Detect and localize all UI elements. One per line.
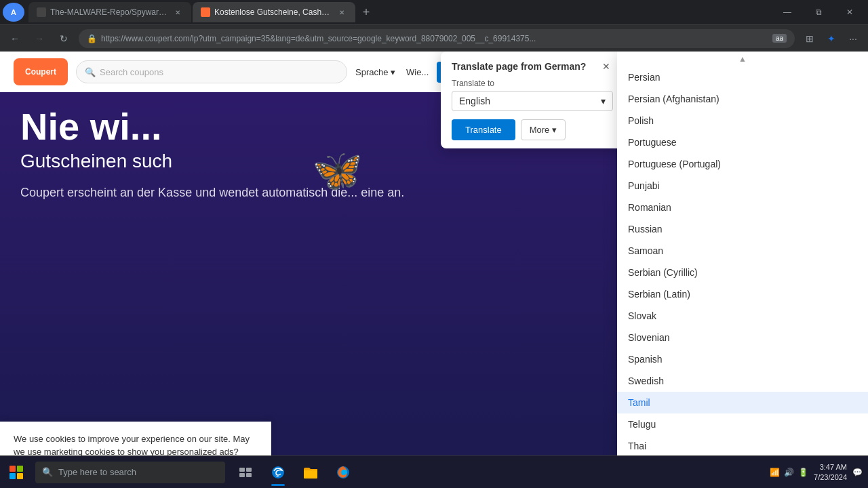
volume-icon: 🔊 (784, 468, 794, 477)
time: 3:47 AM (814, 462, 847, 472)
site-search-bar[interactable]: 🔍 Search coupons (76, 60, 347, 83)
language-item-slovenian[interactable]: Slovenian (617, 327, 868, 348)
system-tray: 📶 🔊 🔋 (770, 468, 808, 477)
translate-language-dropdown[interactable]: English ▾ (452, 91, 613, 111)
window-controls: — ⧉ ✕ (772, 0, 865, 24)
wifi-icon: 📶 (770, 468, 780, 477)
search-placeholder: Search coupons (100, 67, 163, 77)
hero-title: Nie wi... (20, 106, 404, 148)
back-button[interactable]: ← (5, 29, 24, 48)
security-icon: 🔒 (87, 34, 97, 43)
translate-buttons: Translate More ▾ (441, 119, 624, 148)
translate-button[interactable]: Translate (452, 119, 515, 140)
more-button[interactable]: More ▾ (521, 119, 566, 140)
butterfly-1: 🦋 (312, 146, 363, 195)
svg-rect-5 (304, 469, 317, 479)
more-chevron-icon: ▾ (552, 125, 557, 135)
profile-icon[interactable]: A (3, 3, 24, 22)
address-text: https://www.coupert.com/lp?utm_campaign=… (101, 34, 768, 43)
battery-icon: 🔋 (798, 468, 808, 477)
tab-bar: A The-MALWARE-Repo/Spyware/b... ✕ Kosten… (0, 0, 868, 24)
taskbar: 🔍 Type here to search (0, 455, 868, 488)
translate-close-button[interactable]: ✕ (599, 60, 613, 73)
tab-1[interactable]: The-MALWARE-Repo/Spyware/b... ✕ (28, 2, 191, 22)
clock[interactable]: 3:47 AM 7/23/2024 (814, 462, 847, 482)
windows-logo-icon (9, 466, 23, 479)
translate-to-label: Translate to (441, 79, 624, 91)
tab-1-favicon (37, 7, 46, 17)
restore-button[interactable]: ⧉ (803, 0, 834, 24)
date: 7/23/2024 (814, 472, 847, 482)
file-explorer-icon[interactable] (296, 458, 326, 487)
notification-icon[interactable]: 💬 (852, 468, 863, 477)
language-item-samoan[interactable]: Samoan (617, 240, 868, 262)
taskbar-app-icons (231, 458, 358, 487)
tab-1-close[interactable]: ✕ (172, 7, 183, 18)
nav-sprache[interactable]: Sprache ▾ (355, 67, 395, 77)
more-options-icon[interactable]: ··· (844, 29, 863, 48)
nav-wie[interactable]: Wie... (406, 67, 429, 77)
language-item-telugu[interactable]: Telugu (617, 413, 868, 435)
svg-rect-1 (246, 468, 252, 472)
start-button[interactable] (0, 456, 33, 489)
refresh-button[interactable]: ↻ (54, 29, 73, 48)
translate-popup: Translate page from German? ✕ Translate … (441, 52, 624, 148)
language-item-russian[interactable]: Russian (617, 218, 868, 240)
task-view-button[interactable] (231, 458, 260, 487)
aa-icon: aa (772, 34, 787, 43)
taskbar-search-placeholder: Type here to search (58, 467, 136, 477)
language-item-polish[interactable]: Polish (617, 110, 868, 131)
tab-2-favicon (201, 7, 210, 17)
language-list: PersianPersian (Afghanistan)PolishPortug… (617, 66, 868, 479)
edge-browser-icon[interactable] (263, 458, 293, 487)
svg-rect-0 (239, 468, 245, 472)
language-item-thai[interactable]: Thai (617, 435, 868, 457)
forward-button[interactable]: → (30, 29, 49, 48)
new-tab-button[interactable]: + (357, 3, 376, 22)
svg-rect-2 (239, 473, 245, 477)
coupert-logo: Coupert (14, 58, 68, 85)
language-item-spanish[interactable]: Spanish (617, 348, 868, 370)
language-item-romanian[interactable]: Romanian (617, 197, 868, 218)
language-item-swedish[interactable]: Swedish (617, 370, 868, 392)
translate-selected-language: English (459, 96, 490, 106)
language-item-persian[interactable]: Persian (617, 66, 868, 88)
language-item-punjabi[interactable]: Punjabi (617, 175, 868, 197)
search-icon: 🔍 (85, 67, 96, 77)
minimize-button[interactable]: — (772, 0, 803, 24)
language-item-slovak[interactable]: Slovak (617, 305, 868, 327)
language-item-portuguese-portugal[interactable]: Portuguese (Portugal) (617, 153, 868, 175)
language-list-container[interactable]: ▲ PersianPersian (Afghanistan)PolishPort… (617, 52, 868, 488)
scroll-up-indicator[interactable]: ▲ (617, 52, 868, 66)
taskbar-search-icon: 🔍 (42, 467, 53, 477)
language-item-portuguese[interactable]: Portuguese (617, 131, 868, 153)
dropdown-chevron-icon: ▾ (601, 96, 606, 106)
translate-popup-header: Translate page from German? ✕ (441, 52, 624, 79)
firefox-icon[interactable] (328, 458, 358, 487)
language-item-serbian-latin[interactable]: Serbian (Latin) (617, 283, 868, 305)
browser-chrome: A The-MALWARE-Repo/Spyware/b... ✕ Kosten… (0, 0, 868, 52)
language-item-serbian-cyrillic[interactable]: Serbian (Cyrillic) (617, 262, 868, 283)
tab-1-label: The-MALWARE-Repo/Spyware/b... (50, 7, 168, 17)
copilot-icon[interactable]: ✦ (822, 29, 841, 48)
extensions-icon[interactable]: ⊞ (800, 29, 819, 48)
toolbar-icons: ⊞ ✦ ··· (800, 29, 863, 48)
tab-2[interactable]: Kostenlose Gutscheine, Cashba... ✕ (193, 2, 355, 22)
logo-text: Coupert (25, 67, 56, 77)
svg-rect-3 (246, 473, 252, 477)
close-button[interactable]: ✕ (834, 0, 865, 24)
language-item-persian-afghanistan[interactable]: Persian (Afghanistan) (617, 88, 868, 110)
tab-2-close[interactable]: ✕ (336, 7, 347, 18)
translate-popup-title: Translate page from German? (452, 61, 586, 72)
address-bar[interactable]: 🔒 https://www.coupert.com/lp?utm_campaig… (79, 29, 795, 48)
language-item-tamil[interactable]: Tamil (617, 392, 868, 413)
taskbar-right: 📶 🔊 🔋 3:47 AM 7/23/2024 💬 (770, 462, 868, 482)
taskbar-search[interactable]: 🔍 Type here to search (35, 462, 225, 483)
tab-2-label: Kostenlose Gutscheine, Cashba... (214, 7, 332, 17)
address-bar-row: ← → ↻ 🔒 https://www.coupert.com/lp?utm_c… (0, 24, 868, 52)
header-nav: Sprache ▾ Wie... (355, 67, 429, 77)
